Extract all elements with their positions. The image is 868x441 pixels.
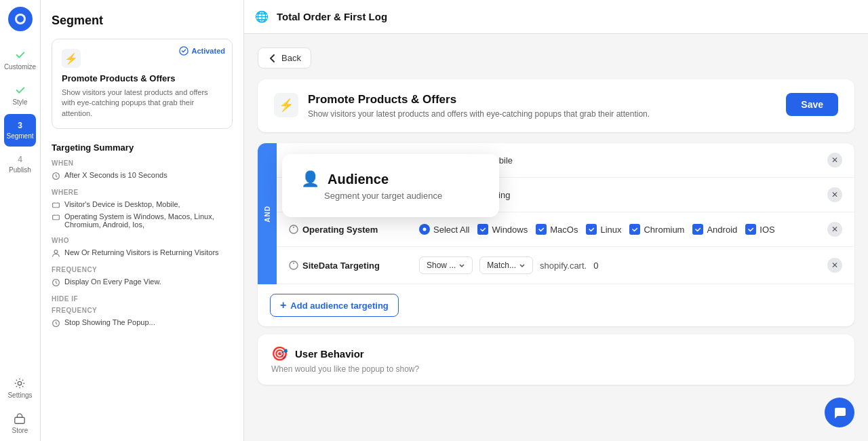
segment-area: 👤 Audience Segment your target audience …	[258, 143, 854, 385]
sidebar-item-publish[interactable]: 4 Publish	[0, 148, 40, 180]
remove-operating-system[interactable]: ✕	[827, 222, 842, 237]
sidebar-item-settings[interactable]: Settings	[7, 370, 32, 406]
summary-who: WHO New Or Returning Visitors is Returni…	[52, 237, 233, 258]
user-behavior-section: 🎯 User Behavior When would you like the …	[258, 334, 854, 385]
targeting-summary-title: Targeting Summary	[52, 142, 233, 153]
show-dropdown[interactable]: Show ...	[419, 256, 473, 274]
svg-rect-3	[15, 417, 24, 423]
svg-rect-7	[53, 215, 60, 220]
summary-frequency: FREQUENCY Display On Every Page View.	[52, 266, 233, 287]
audience-popup-title: Audience	[328, 172, 389, 187]
activated-badge: Activated	[179, 46, 225, 56]
select-all-radio[interactable]: Select All	[419, 224, 469, 235]
segment-card: Activated ⚡ Promote Products & Offers Sh…	[52, 39, 233, 129]
top-bar: 🌐 Total Order & First Log	[244, 0, 868, 34]
sidebar: Segment Activated ⚡ Promote Products & O…	[41, 0, 244, 441]
icon-bar: Customize Style 3 Segment 4 Publish Sett…	[0, 0, 41, 441]
sidebar-title: Segment	[52, 14, 233, 28]
content-area: Back ⚡ Promote Products & Offers Show vi…	[244, 34, 868, 398]
macos-checkbox[interactable]: MacOs	[536, 224, 578, 235]
summary-when: WHEN After X Seconds is 10 Seconds	[52, 159, 233, 180]
svg-rect-6	[53, 203, 60, 208]
save-button[interactable]: Save	[786, 93, 838, 116]
svg-point-15	[290, 261, 298, 269]
and-bar: AND	[258, 143, 277, 284]
remove-visitor-devices[interactable]: ✕	[827, 153, 842, 168]
behavior-icon: 🎯	[271, 345, 288, 362]
audience-icon: 👤	[301, 170, 319, 188]
behavior-subtitle: When would you like the popup to show?	[271, 364, 841, 374]
campaign-card: ⚡ Promote Products & Offers Show visitor…	[258, 79, 854, 132]
main-content: 🌐 Total Order & First Log Back ⚡ Promote…	[244, 0, 868, 441]
chat-button[interactable]	[825, 398, 854, 427]
operating-system-row: Operating System Select All Windows	[277, 212, 854, 247]
campaign-desc: Show visitors your latest products and o…	[308, 109, 650, 119]
remove-sitedata[interactable]: ✕	[827, 258, 842, 273]
sitedata-key: shopify.cart.	[540, 261, 587, 271]
summary-where: WHERE Visitor's Device is Desktop, Mobil…	[52, 189, 233, 229]
sidebar-item-customize[interactable]: Customize	[0, 42, 40, 77]
chromium-checkbox[interactable]: Chromium	[629, 224, 684, 235]
svg-point-2	[18, 381, 22, 385]
svg-point-13	[290, 225, 298, 233]
segment-card-desc: Show visitors your latest products and o…	[62, 88, 222, 119]
windows-checkbox[interactable]: Windows	[477, 224, 528, 235]
sidebar-item-segment[interactable]: 3 Segment	[4, 114, 36, 147]
svg-point-14	[423, 228, 427, 231]
campaign-lightning-icon: ⚡	[274, 93, 298, 117]
lightning-icon: ⚡	[62, 49, 81, 68]
summary-when-item: After X Seconds is 10 Seconds	[52, 171, 233, 180]
android-checkbox[interactable]: Android	[692, 224, 737, 235]
audience-popup-subtitle: Segment your target audience	[324, 191, 480, 201]
sitedata-number: 0	[593, 261, 598, 271]
sidebar-item-store[interactable]: Store	[7, 406, 32, 441]
sitedata-row: SiteData Targeting Show ... Match...	[277, 247, 854, 284]
app-logo[interactable]	[8, 7, 33, 31]
svg-point-8	[54, 250, 58, 254]
svg-point-1	[17, 16, 24, 22]
audience-popup: 👤 Audience Segment your target audience	[282, 154, 499, 217]
add-audience-button[interactable]: + Add audience targeting	[270, 294, 399, 317]
back-button[interactable]: Back	[258, 47, 311, 69]
segment-card-title: Promote Products & Offers	[62, 73, 222, 83]
globe-icon: 🌐	[255, 10, 269, 23]
match-dropdown[interactable]: Match...	[479, 256, 533, 274]
campaign-title: Promote Products & Offers	[308, 93, 650, 107]
sidebar-item-style[interactable]: Style	[0, 77, 40, 113]
ios-checkbox[interactable]: IOS	[745, 224, 774, 235]
behavior-title: User Behavior	[295, 348, 364, 360]
remove-new-returning[interactable]: ✕	[827, 187, 842, 202]
linux-checkbox[interactable]: Linux	[586, 224, 621, 235]
summary-hide-if: Hide if FREQUENCY Stop Showing The Popup…	[52, 295, 233, 328]
page-title: Total Order & First Log	[277, 11, 387, 22]
